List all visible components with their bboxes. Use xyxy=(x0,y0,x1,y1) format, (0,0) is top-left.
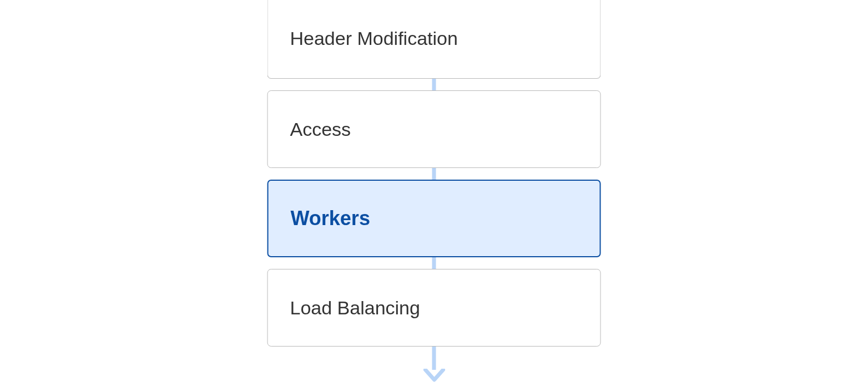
flow-box-label: Load Balancing xyxy=(290,297,420,319)
flow-connector xyxy=(432,257,436,269)
flow-diagram: Header Modification Access Workers Load … xyxy=(268,0,601,383)
flow-connector-line xyxy=(432,347,436,370)
flow-box-workers: Workers xyxy=(268,180,601,257)
flow-box-label: Access xyxy=(290,119,351,140)
flow-box-load-balancing: Load Balancing xyxy=(268,269,601,347)
flow-box-label: Header Modification xyxy=(290,28,458,49)
flow-box-label: Workers xyxy=(291,207,370,230)
flow-box-header-modification: Header Modification xyxy=(268,0,601,79)
flow-box-access: Access xyxy=(268,90,601,168)
flow-connector xyxy=(432,168,436,180)
flow-connector xyxy=(432,79,436,90)
flow-connector-arrow xyxy=(423,347,445,383)
arrow-down-icon xyxy=(423,369,445,383)
